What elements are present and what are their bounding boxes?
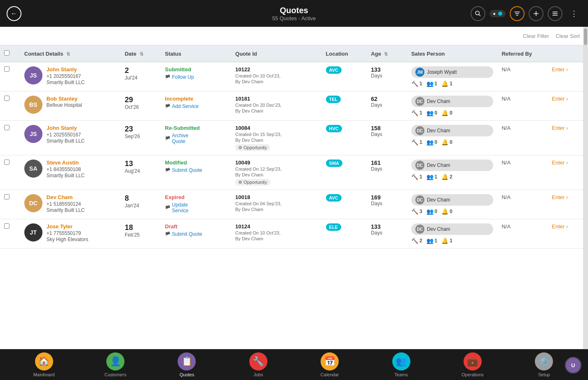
date-sort-icon[interactable]: ⇅: [140, 52, 143, 56]
salesperson-name: Dev Cham: [427, 99, 450, 104]
select-all-header: [0, 45, 20, 62]
opportunity-badge[interactable]: Opportunity: [235, 179, 270, 185]
search-button[interactable]: [471, 6, 485, 21]
enter-button[interactable]: Enter ›: [552, 223, 584, 230]
salesperson-chip[interactable]: DC Dev Cham: [411, 223, 494, 235]
status-header: Status: [161, 45, 231, 62]
referred-by-value: N/A: [501, 160, 511, 166]
salesperson-chip[interactable]: JW Joseph Wyatt: [411, 66, 494, 78]
age-cell: 133 Days: [367, 62, 407, 91]
age-sort-icon[interactable]: ⇅: [384, 52, 388, 56]
salesperson-chip[interactable]: DC Dev Cham: [411, 125, 494, 136]
header-center: Quotes 55 Quotes - Active: [272, 6, 316, 21]
status-action-button[interactable]: 🏴 Submit Quote: [165, 231, 227, 237]
age-label-text: Days: [371, 230, 403, 236]
sp-stat-num-1: 1: [419, 81, 422, 87]
contact-cell: JS John Stanly +1 2025550167 Smartly Bui…: [20, 121, 121, 155]
date-header: Date ⇅: [121, 45, 161, 62]
contact-name[interactable]: Jose Tyler: [47, 223, 88, 230]
more-options-button[interactable]: ⋮: [567, 6, 581, 21]
sp-stat-3: 🔔 0: [441, 139, 452, 145]
user-avatar[interactable]: U: [565, 357, 581, 373]
nav-item-setup[interactable]: ⚙️ Setup: [532, 352, 556, 377]
row-checkbox[interactable]: [4, 125, 9, 130]
nav-item-operations[interactable]: 💼 Operations: [460, 352, 485, 377]
calendar-label: Calendar: [321, 372, 339, 377]
nav-item-quotes[interactable]: 📋 Quotes: [174, 352, 199, 377]
salesperson-avatar: DC: [415, 225, 424, 234]
nav-item-mainboard[interactable]: 🏠 Mainboard: [32, 352, 56, 377]
quote-by: By Dev Cham: [235, 108, 318, 113]
action-label[interactable]: ArchiveQuote: [172, 133, 188, 144]
age-cell: 133 Days: [367, 219, 407, 249]
date-month: Jul'24: [125, 75, 157, 81]
sp-stat-icon-3: 🔔: [441, 174, 448, 180]
nav-item-teams[interactable]: 👥 Teams: [389, 352, 414, 377]
clear-sort-button[interactable]: Clear Sort: [555, 33, 580, 39]
salesperson-avatar: DC: [415, 195, 424, 204]
contact-name[interactable]: Steve Austin: [47, 160, 85, 166]
sp-stat-icon-2: 👥: [426, 80, 433, 87]
salesperson-chip[interactable]: DC Dev Cham: [411, 96, 494, 107]
action-label[interactable]: UpdateService: [172, 202, 188, 213]
sp-stat-num-3: 0: [450, 110, 452, 116]
action-label[interactable]: Submit Quote: [172, 231, 202, 237]
action-label[interactable]: Submit Quote: [172, 167, 202, 173]
row-checkbox[interactable]: [4, 194, 9, 199]
nav-item-calendar[interactable]: 📅 Calendar: [317, 352, 342, 377]
sp-stat-3: 🔔 0: [441, 110, 452, 116]
contact-name[interactable]: John Stanly: [47, 66, 85, 73]
filter-button[interactable]: [510, 6, 525, 21]
date-month: Aug'24: [125, 168, 157, 174]
enter-button[interactable]: Enter ›: [552, 66, 584, 73]
avatar: JS: [24, 66, 42, 84]
salesperson-cell: DC Dev Cham 🔨 1 👥 1 🔔 2: [407, 155, 498, 190]
contact-name[interactable]: John Stanly: [47, 125, 85, 131]
toggle-switch[interactable]: ●: [490, 10, 506, 17]
status-action-button[interactable]: 🏴 ArchiveQuote: [165, 133, 227, 144]
date-number: 23: [125, 125, 157, 134]
flag-icon: 🏴: [165, 168, 171, 173]
sp-stat-3: 🔔 0: [441, 208, 452, 215]
table-row: JT Jose Tyler +1 7755550179 Sky High Ele…: [0, 219, 588, 249]
salesperson-chip[interactable]: DC Dev Cham: [411, 194, 494, 206]
contact-name[interactable]: Dev Cham: [47, 194, 85, 200]
salesperson-chip[interactable]: DC Dev Cham: [411, 160, 494, 171]
scrollbar-thumb[interactable]: [584, 28, 587, 45]
enter-button[interactable]: Enter ›: [552, 125, 584, 131]
nav-item-jobs[interactable]: 🔧 Jobs: [246, 352, 271, 377]
quotes-table-container: Contact Details ⇅ Date ⇅ Status Quote Id…: [0, 45, 588, 349]
row-checkbox[interactable]: [4, 96, 9, 101]
status-action-button[interactable]: 🏴 Add Service: [165, 103, 227, 109]
date-month: Sep'26: [125, 134, 157, 139]
contact-sort-icon[interactable]: ⇅: [66, 52, 70, 56]
sp-stat-icon-3: 🔔: [441, 208, 448, 215]
status-action-button[interactable]: 🏴 Follow Up: [165, 74, 227, 80]
sp-stat-num-3: 1: [450, 81, 452, 87]
enter-button[interactable]: Enter ›: [552, 160, 584, 166]
action-label[interactable]: Follow Up: [172, 74, 194, 80]
row-checkbox[interactable]: [4, 223, 9, 229]
opportunity-badge[interactable]: Opportunity: [235, 144, 270, 151]
location-badge: HVC: [326, 125, 342, 132]
date-month: Jan'24: [125, 203, 157, 209]
quote-id: 10181: [235, 96, 318, 102]
nav-item-customers[interactable]: 👤 Customers: [103, 352, 128, 377]
status-cell: Modified 🏴 Submit Quote: [161, 155, 231, 190]
back-button[interactable]: ←: [7, 6, 21, 21]
location-cell: SMA: [322, 155, 367, 190]
status-action-button[interactable]: 🏴 UpdateService: [165, 202, 227, 213]
list-view-button[interactable]: [548, 6, 562, 21]
sp-stat-icon-1: 🔨: [411, 110, 418, 116]
enter-button[interactable]: Enter ›: [552, 194, 584, 200]
contact-name[interactable]: Bob Stanley: [47, 96, 82, 102]
status-action-button[interactable]: 🏴 Submit Quote: [165, 167, 227, 173]
select-all-checkbox[interactable]: [4, 50, 9, 56]
clear-filter-button[interactable]: Clear Filter: [523, 33, 549, 39]
row-checkbox[interactable]: [4, 66, 9, 72]
action-label[interactable]: Add Service: [172, 103, 199, 109]
add-button[interactable]: [529, 6, 543, 21]
row-checkbox[interactable]: [4, 160, 9, 165]
enter-button[interactable]: Enter ›: [552, 96, 584, 102]
avatar: JS: [24, 125, 42, 143]
